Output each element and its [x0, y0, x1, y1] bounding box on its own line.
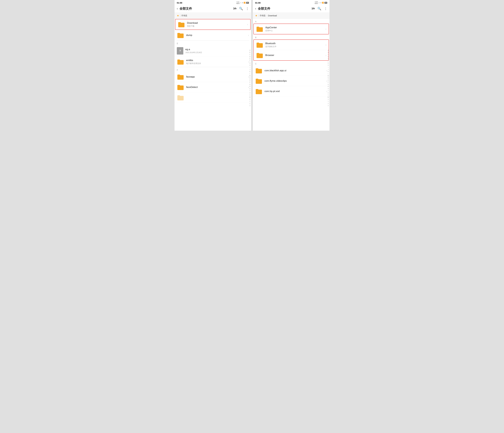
alpha-i-right[interactable]: I	[328, 66, 329, 68]
alpha-q-left[interactable]: Q	[249, 83, 251, 85]
section-b-highlighted: Bluetooth 蓝牙接收文件 › Browser ›	[253, 39, 329, 61]
faceapp-folder-arrow: ›	[248, 75, 249, 78]
download-folder-meta: 系统下载	[187, 25, 246, 28]
breadcrumb-storage-left[interactable]: 存储盘	[181, 14, 187, 17]
hpvod-folder-arrow: ›	[326, 90, 327, 93]
dump-folder-item[interactable]: dump ›	[175, 30, 251, 40]
wifi-icon-left: 📶	[244, 2, 246, 4]
search-icon-left[interactable]: 🔍	[239, 7, 243, 10]
hpvod-folder-item[interactable]: com.hp.pt.vod ›	[253, 86, 329, 97]
back-button-left[interactable]: ‹	[177, 7, 178, 10]
alpha-f-right[interactable]: F	[328, 60, 329, 62]
section-a-highlighted: AppCenter 应用中心 ›	[253, 24, 329, 34]
breadcrumb-storage-right[interactable]: 存储盘	[260, 14, 266, 17]
alpha-p-left[interactable]: P	[249, 81, 251, 83]
alpha-s-left[interactable]: S	[249, 88, 251, 90]
alpha-o-right[interactable]: O	[328, 79, 329, 81]
flyme-folder-item[interactable]: com.flyme.videoclips ›	[253, 76, 329, 86]
alpha-c-right[interactable]: C	[328, 54, 329, 56]
status-bar-right: 01:00 0.09 KB/S ☆ ≡ 📶 54	[253, 0, 329, 5]
alpha-e-left[interactable]: E	[249, 58, 251, 60]
folder-icon-browser	[256, 52, 263, 58]
alpha-n-left[interactable]: N	[249, 77, 251, 79]
alpha-hash-right[interactable]: #	[328, 105, 329, 107]
appcenter-folder-item[interactable]: AppCenter 应用中心 ›	[254, 24, 329, 34]
alpha-t-left[interactable]: T	[249, 90, 251, 92]
alpha-z-left[interactable]: Z	[249, 103, 251, 105]
browser-folder-item[interactable]: Browser ›	[254, 50, 329, 60]
alpha-p-right[interactable]: P	[328, 81, 329, 83]
ega-file-item[interactable]: ? eg.a 1KB 2019年1月28日	[175, 45, 251, 57]
emlibs-folder-info: emlibs 电子邮件应用支持	[186, 59, 247, 65]
section-header-b-right: B	[253, 35, 329, 39]
alpha-n-right[interactable]: N	[328, 77, 329, 79]
facedetect-folder-item[interactable]: faceDetect ›	[175, 82, 251, 92]
alpha-y-right[interactable]: Y	[328, 101, 329, 102]
breadcrumb-sep-left: |	[180, 14, 180, 17]
alpha-k-left[interactable]: K	[249, 71, 251, 73]
alpha-u-right[interactable]: U	[328, 92, 329, 94]
alpha-i-left[interactable]: I	[249, 66, 251, 68]
alpha-m-left[interactable]: M	[249, 75, 251, 77]
sort-icon-left[interactable]: ⁞≏	[233, 7, 236, 10]
alpha-w-right[interactable]: W	[328, 96, 329, 98]
download-folder-item[interactable]: Download 系统下载 ›	[175, 19, 251, 30]
app-bar-right: ‹ 全部文件 ⁞≏ 🔍 ⋮	[253, 5, 329, 13]
alpha-d-left[interactable]: D	[249, 56, 251, 58]
alpha-b-left[interactable]: B	[249, 52, 251, 54]
faceapp-folder-item[interactable]: faceapp ›	[175, 72, 251, 82]
search-icon-right[interactable]: 🔍	[317, 7, 321, 10]
alpha-l-right[interactable]: L	[328, 73, 329, 75]
back-button-right[interactable]: ‹	[255, 7, 256, 10]
alpha-r-right[interactable]: R	[328, 86, 329, 88]
download-folder-name: Download	[187, 22, 246, 24]
star-breadcrumb-right[interactable]: ★	[255, 14, 257, 17]
alpha-v-right[interactable]: V	[328, 94, 329, 96]
alpha-h-right[interactable]: H	[328, 64, 329, 66]
folder-icon-flyme	[255, 78, 262, 84]
signal-icon-left: ≡	[242, 2, 243, 4]
star-breadcrumb-left[interactable]: ★	[177, 14, 179, 17]
alpha-q-right[interactable]: Q	[328, 83, 329, 85]
more-icon-right[interactable]: ⋮	[324, 7, 327, 10]
blackfish-folder-item[interactable]: com.blackfish.app.ui ›	[253, 65, 329, 76]
alpha-k-right[interactable]: K	[328, 71, 329, 73]
alpha-a-right[interactable]: A	[328, 49, 329, 51]
alpha-g-left[interactable]: G	[249, 62, 251, 64]
alpha-e-right[interactable]: E	[328, 58, 329, 60]
alpha-m-right[interactable]: M	[328, 75, 329, 77]
bluetooth-folder-item[interactable]: Bluetooth 蓝牙接收文件 ›	[254, 40, 329, 50]
alpha-w-left[interactable]: W	[249, 96, 251, 98]
ega-file-name: eg.a	[185, 48, 249, 51]
alpha-s-right[interactable]: S	[328, 88, 329, 90]
alpha-j-right[interactable]: J	[328, 69, 329, 71]
alpha-v-left[interactable]: V	[249, 94, 251, 96]
status-time-left: 01:00	[177, 1, 182, 4]
alpha-hash-left[interactable]: #	[249, 105, 251, 107]
alpha-j-left[interactable]: J	[249, 69, 251, 71]
alpha-a-left[interactable]: A	[249, 49, 251, 51]
alpha-x-right[interactable]: X	[328, 98, 329, 101]
alpha-r-left[interactable]: R	[249, 86, 251, 88]
alpha-c-left[interactable]: C	[249, 54, 251, 56]
alpha-o-left[interactable]: O	[249, 79, 251, 81]
alpha-d-right[interactable]: D	[328, 56, 329, 58]
folder-icon-facedetect	[177, 84, 184, 90]
alpha-y-left[interactable]: Y	[249, 101, 251, 102]
alpha-f-left[interactable]: F	[249, 60, 251, 62]
emlibs-folder-item[interactable]: emlibs 电子邮件应用支持 ›	[175, 57, 251, 67]
alpha-g-right[interactable]: G	[328, 62, 329, 64]
section-header-c-right: C	[253, 61, 329, 65]
alpha-z-right[interactable]: Z	[328, 103, 329, 105]
alpha-u-left[interactable]: U	[249, 92, 251, 94]
alpha-h-left[interactable]: H	[249, 64, 251, 66]
alpha-b-right[interactable]: B	[328, 52, 329, 54]
status-bar-left: 01:00 3.11 KB/S ☆ ≡ 📶 54	[175, 0, 251, 5]
alpha-t-right[interactable]: T	[328, 90, 329, 92]
alpha-l-left[interactable]: L	[249, 73, 251, 75]
more-icon-left[interactable]: ⋮	[246, 7, 249, 10]
alpha-x-left[interactable]: X	[249, 98, 251, 101]
appcenter-folder-meta: 应用中心	[265, 29, 324, 32]
download-folder-arrow: ›	[247, 23, 248, 26]
sort-icon-right[interactable]: ⁞≏	[312, 7, 315, 10]
